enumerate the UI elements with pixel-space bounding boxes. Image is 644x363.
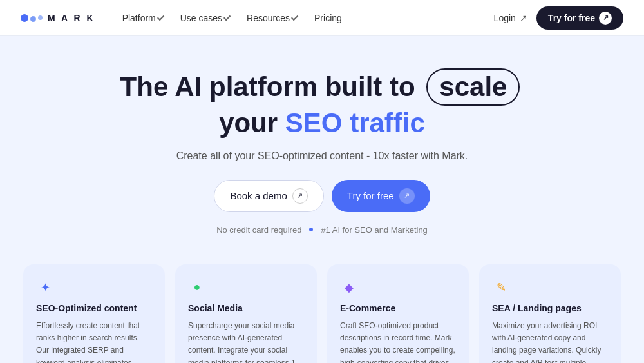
hero-buttons: Book a demo ↗ Try for free ↗ xyxy=(13,180,631,212)
card-sea-body: Maximize your advertising ROI with AI-ge… xyxy=(492,320,608,363)
card-sea: ✎ SEA / Landing pages Maximize your adve… xyxy=(479,264,621,363)
login-link[interactable]: Login ↗ xyxy=(494,13,529,23)
social-icon: ● xyxy=(188,279,206,297)
card-social-body: Supercharge your social media presence w… xyxy=(188,320,304,363)
hero-badges: No credit card required #1 AI for SEO an… xyxy=(13,225,631,235)
arrow-icon: ↗ xyxy=(518,13,529,23)
chevron-down-icon xyxy=(223,13,231,20)
sea-icon: ✎ xyxy=(492,279,510,297)
arrow-icon: ↗ xyxy=(599,12,612,25)
seo-traffic-text: SEO traffic xyxy=(285,108,425,138)
nav-use-cases[interactable]: Use cases xyxy=(174,9,238,27)
try-free-hero-button[interactable]: Try for free ↗ xyxy=(332,180,430,212)
nav-platform[interactable]: Platform xyxy=(116,9,171,27)
logo-dot-2 xyxy=(30,16,36,22)
nav-left: M A R K Platform Use cases Resources Pri… xyxy=(21,9,348,27)
logo[interactable]: M A R K xyxy=(21,13,95,23)
card-ecommerce-title: E-Commerce xyxy=(340,303,456,313)
chevron-down-icon xyxy=(157,13,164,20)
feature-cards: ✦ SEO-Optimized content Effortlessly cre… xyxy=(0,254,644,363)
logo-dot-3 xyxy=(38,15,43,20)
badge-divider xyxy=(309,228,313,231)
try-for-free-button[interactable]: Try for free ↗ xyxy=(536,6,623,30)
nav-resources[interactable]: Resources xyxy=(240,9,305,27)
chevron-down-icon xyxy=(291,13,298,20)
hero-title: The AI platform built to scale your SEO … xyxy=(13,68,631,141)
logo-text: M A R K xyxy=(48,13,95,23)
hero-title-line1: The AI platform built to scale xyxy=(13,68,631,106)
card-seo: ✦ SEO-Optimized content Effortlessly cre… xyxy=(23,264,165,363)
seo-icon: ✦ xyxy=(36,279,54,297)
hero-section: The AI platform built to scale your SEO … xyxy=(0,36,644,254)
card-social: ● Social Media Supercharge your social m… xyxy=(175,264,317,363)
nav-right: Login ↗ Try for free ↗ xyxy=(494,6,623,30)
hero-subtitle: Create all of your SEO-optimized content… xyxy=(13,150,631,162)
book-demo-button[interactable]: Book a demo ↗ xyxy=(214,180,323,212)
card-ecommerce: ◆ E-Commerce Craft SEO-optimized product… xyxy=(327,264,469,363)
arrow-icon: ↗ xyxy=(292,188,308,204)
card-social-title: Social Media xyxy=(188,303,304,313)
card-ecommerce-body: Craft SEO-optimized product descriptions… xyxy=(340,320,456,363)
nav-pricing[interactable]: Pricing xyxy=(308,9,348,27)
hero-title-line2: your SEO traffic xyxy=(13,106,631,141)
card-seo-title: SEO-Optimized content xyxy=(36,303,152,313)
scale-badge: scale xyxy=(426,68,520,106)
nav-links: Platform Use cases Resources Pricing xyxy=(116,9,348,27)
card-sea-title: SEA / Landing pages xyxy=(492,303,608,313)
card-seo-body: Effortlessly create content that ranks h… xyxy=(36,320,152,363)
arrow-icon: ↗ xyxy=(399,188,415,204)
navbar: M A R K Platform Use cases Resources Pri… xyxy=(0,0,644,36)
ecommerce-icon: ◆ xyxy=(340,279,358,297)
logo-icon xyxy=(21,14,43,22)
logo-dot-1 xyxy=(21,14,28,22)
